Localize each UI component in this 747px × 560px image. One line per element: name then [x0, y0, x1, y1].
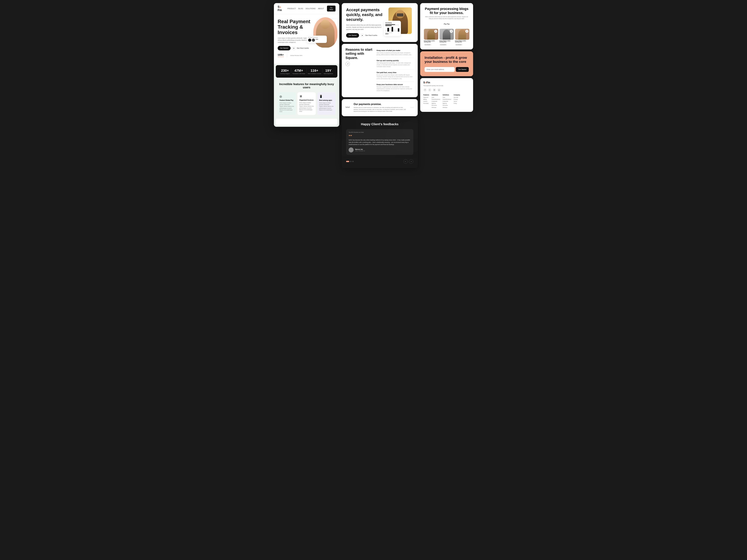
- reason-1: Keep more of what you make Save money on…: [377, 48, 414, 58]
- global-review: Global Review 99%: [290, 55, 303, 56]
- article-2-arrow-icon[interactable]: ↗: [450, 30, 453, 33]
- invoices-icon: 🖥: [299, 95, 314, 98]
- accept-title: Accept payments quickly, easily, and sec…: [346, 7, 385, 22]
- see-how-label: See How it works: [297, 47, 309, 49]
- footer-agency-link[interactable]: Agency: [432, 103, 440, 104]
- footer-solo-link[interactable]: Solo: [432, 97, 440, 98]
- invoices-title: Organized Invoices: [299, 99, 314, 101]
- install-input-row: Get Started: [424, 67, 469, 72]
- blog-title: Payment processing blogs fit for your bu…: [424, 7, 469, 15]
- footer-payment-link[interactable]: Payment: [423, 97, 429, 98]
- nav-blog[interactable]: BLOG: [298, 8, 303, 9]
- reason-4-title: Keep your business data secure: [377, 83, 414, 85]
- social-youtube-icon[interactable]: y: [437, 88, 441, 91]
- feedback-dots: [346, 161, 354, 162]
- footer-corporate-link[interactable]: Corporate: [432, 101, 440, 102]
- accept-see-how-button[interactable]: ▶ See How it works: [361, 33, 377, 37]
- footer-startups-link[interactable]: Startups: [432, 107, 440, 108]
- promise-title: Our payments promise.: [354, 103, 407, 106]
- footer-security-link[interactable]: Security: [454, 97, 460, 98]
- accept-buttons: Get Started ▶ See How it works: [346, 33, 385, 38]
- svg-point-2: [342, 139, 364, 156]
- install-card: Installation - profit & grow your busine…: [420, 51, 473, 76]
- footer-links-container: Features Payment Billing Invoice Purchas…: [423, 94, 470, 109]
- reason-2-desc: Start taking payments right away—no bank…: [377, 62, 414, 68]
- hero-stats: 120k+ ★★★★★ Global Review 99%: [278, 54, 336, 58]
- stat-currency: 230+ Currency Support: [280, 69, 290, 74]
- stat-transaction: 47M+ Transaction USD Made: [292, 69, 305, 74]
- reason-4: Keep your business data secure Security …: [377, 82, 414, 94]
- article-1-tag: ECONOMY: [424, 44, 431, 46]
- accept-play-icon: ▶: [361, 33, 364, 37]
- footer-solo-2-link[interactable]: Solo: [443, 97, 451, 98]
- footer-smallbiz-link[interactable]: Small Business: [432, 99, 440, 100]
- social-twitter-icon[interactable]: t: [428, 88, 431, 91]
- hero-get-started-button[interactable]: Get Started: [278, 46, 290, 50]
- install-get-started-button[interactable]: Get Started: [456, 67, 469, 72]
- feature-best-apps: 📱 Best among apps Amet neque mi tellus g…: [317, 92, 336, 115]
- nav-links: PRODUCT BLOG SOLUTIONS ABOUT: [287, 8, 324, 9]
- hero-image-area: Group Payments Around 39 Countries Globa…: [310, 17, 339, 48]
- panel-middle: Accept payments quickly, easily, and sec…: [342, 3, 418, 168]
- best-apps-desc: Amet neque mi tellus gravida sollicitudi…: [319, 102, 334, 111]
- footer-purchase-link[interactable]: Purchase: [423, 103, 429, 104]
- feedback-card: Happy Client's feedbacks Top 99% Reviews…: [342, 118, 418, 168]
- blog-card: Payment processing blogs fit for your bu…: [420, 3, 473, 50]
- nav-solutions[interactable]: SOLUTIONS: [306, 8, 316, 9]
- footer-corporate-2-link[interactable]: Corporate: [443, 101, 451, 102]
- reason-4-desc: Security is engineered into our products…: [377, 86, 414, 91]
- dot-1[interactable]: [346, 161, 349, 162]
- nav-product[interactable]: PRODUCT: [287, 8, 296, 9]
- logo-dot: [280, 6, 281, 8]
- reason-3-title: Get paid fast, every time: [377, 72, 414, 74]
- footer-invoice-link[interactable]: Invoice: [423, 101, 429, 102]
- stat-experience: 19Y Work Experience: [324, 69, 333, 74]
- article-3-arrow-icon[interactable]: ↗: [465, 30, 468, 33]
- article-2-tag: ECONOMY: [439, 44, 447, 46]
- next-arrow-button[interactable]: →: [409, 159, 413, 164]
- promise-content: Our payments promise. Whether you're a s…: [354, 103, 407, 112]
- promise-card: 〰 Our payments promise. Whether you're a…: [342, 99, 418, 116]
- nav-about[interactable]: ABOUT: [318, 8, 324, 9]
- accept-desc: Meet customers where they are with the l…: [346, 24, 385, 31]
- stats-bar: 230+ Currency Support 47M+ Transaction U…: [276, 65, 337, 78]
- reasons-card: Reasons to start selling with Square. ↗ …: [342, 44, 418, 97]
- footer-smallbiz-2-link[interactable]: Small Business: [443, 99, 451, 100]
- social-facebook-icon[interactable]: f: [423, 88, 427, 91]
- footer-policy-link[interactable]: Policy: [454, 103, 460, 104]
- main-nav: SFin PRODUCT BLOG SOLUTIONS ABOUT Try No…: [274, 3, 339, 14]
- reason-2-title: Get up and running quickly: [377, 59, 414, 61]
- accept-get-started-button[interactable]: Get Started: [346, 33, 359, 38]
- article-3-headline: Every detail in online banking 2023: [455, 40, 469, 43]
- reasons-arrow-icon[interactable]: ↗: [345, 62, 350, 66]
- blog-subtitle: Meet customers where they are with the l…: [424, 16, 469, 20]
- footer-billing-link[interactable]: Billing: [423, 99, 429, 100]
- reason-3: Get paid fast, every time Access your mo…: [377, 70, 414, 82]
- footer-accounts-2-link[interactable]: Accounts: [443, 105, 451, 106]
- footer-terms-link[interactable]: Terms: [454, 101, 460, 102]
- reason-1-desc: Save money on payment processing with si…: [377, 52, 414, 56]
- footer-agency-2-link[interactable]: Agency: [443, 103, 451, 104]
- reasons-right: Keep more of what you make Save money on…: [377, 48, 414, 94]
- footer-accounts-link[interactable]: Accounts: [432, 105, 440, 106]
- article-1-arrow-icon[interactable]: ↗: [434, 30, 437, 33]
- hero-see-how-button[interactable]: ▶ See How it works: [292, 46, 309, 50]
- social-linkedin-icon[interactable]: in: [433, 88, 436, 91]
- article-3-person: [458, 30, 466, 40]
- article-1-headline: Every detail in online banking 2023: [424, 40, 438, 43]
- blog-squiggle-icon: 〜〜: [424, 22, 469, 26]
- dot-3[interactable]: [352, 161, 354, 162]
- footer-privacy-link[interactable]: Privacy: [454, 99, 460, 100]
- bottom-strip: [276, 119, 337, 125]
- footer-solutions-1-title: Solutions: [432, 94, 440, 96]
- hero-card-transaction: Monthly Transaction 🏔🏔: [307, 36, 327, 43]
- footer-logo: SFin: [423, 81, 470, 84]
- try-now-button[interactable]: Try Now: [327, 6, 336, 11]
- install-email-input[interactable]: [424, 67, 455, 72]
- reasons-left: Reasons to start selling with Square. ↗: [345, 48, 374, 94]
- stat-sep-3: [322, 68, 323, 75]
- features-grid: ◎ Fastest Global Pay Amet neque mi tellu…: [278, 92, 336, 115]
- prev-arrow-button[interactable]: ←: [403, 159, 408, 164]
- footer-startups-2-link[interactable]: Startups: [443, 107, 451, 108]
- dot-2[interactable]: [350, 161, 352, 162]
